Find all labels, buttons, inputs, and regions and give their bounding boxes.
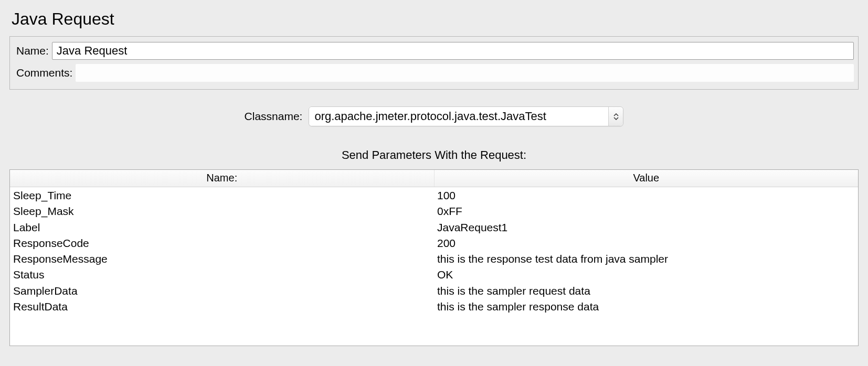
param-value-cell[interactable]: this is the sampler response data [434,298,858,314]
param-value-cell[interactable]: this is the sampler request data [434,283,858,298]
name-input[interactable] [52,42,854,60]
param-name-cell[interactable]: SamplerData [10,283,434,298]
table-row[interactable]: ResponseCode200 [10,235,858,251]
classname-combobox[interactable]: org.apache.jmeter.protocol.java.test.Jav… [309,106,623,126]
param-name-cell[interactable]: Label [10,219,434,235]
panel-title: Java Request [0,0,868,36]
chevron-down-icon [613,117,619,120]
params-header-row: Name: Value [10,170,858,187]
comments-row: Comments: [13,62,855,84]
name-comments-group: Name: Comments: [9,36,859,90]
classname-label: Classname: [245,110,303,123]
param-name-cell[interactable]: ResponseCode [10,235,434,251]
column-header-name[interactable]: Name: [10,170,434,187]
table-row[interactable]: LabelJavaRequest1 [10,219,858,235]
comments-input[interactable] [76,64,854,82]
param-value-cell[interactable]: 0xFF [434,203,858,219]
table-row[interactable]: ResponseMessagethis is the response test… [10,251,858,266]
param-name-cell[interactable]: ResultData [10,298,434,314]
param-name-cell[interactable]: Sleep_Time [10,187,434,203]
params-table[interactable]: Name: Value Sleep_Time100Sleep_Mask0xFFL… [10,170,858,346]
param-name-cell[interactable]: Status [10,266,434,282]
name-label: Name: [14,45,52,57]
param-value-cell[interactable]: this is the response test data from java… [434,251,858,266]
param-value-cell[interactable]: 200 [434,235,858,251]
comments-label: Comments: [14,67,76,79]
chevron-up-icon [613,113,619,116]
params-heading: Send Parameters With the Request: [0,137,868,169]
classname-value: org.apache.jmeter.protocol.java.test.Jav… [309,107,608,126]
table-row[interactable]: SamplerDatathis is the sampler request d… [10,283,858,298]
combobox-stepper-button[interactable] [608,107,623,126]
param-value-cell[interactable]: 100 [434,187,858,203]
param-name-cell[interactable]: Sleep_Mask [10,203,434,219]
name-row: Name: [13,40,855,62]
table-row[interactable]: Sleep_Mask0xFF [10,203,858,219]
column-header-value[interactable]: Value [434,170,858,187]
classname-row: Classname: org.apache.jmeter.protocol.ja… [0,90,868,137]
table-row[interactable]: Sleep_Time100 [10,187,858,203]
param-value-cell[interactable]: OK [434,266,858,282]
table-spacer [10,314,858,346]
param-name-cell[interactable]: ResponseMessage [10,251,434,266]
table-row[interactable]: StatusOK [10,266,858,282]
params-table-container: Name: Value Sleep_Time100Sleep_Mask0xFFL… [9,169,859,346]
param-value-cell[interactable]: JavaRequest1 [434,219,858,235]
table-row[interactable]: ResultDatathis is the sampler response d… [10,298,858,314]
